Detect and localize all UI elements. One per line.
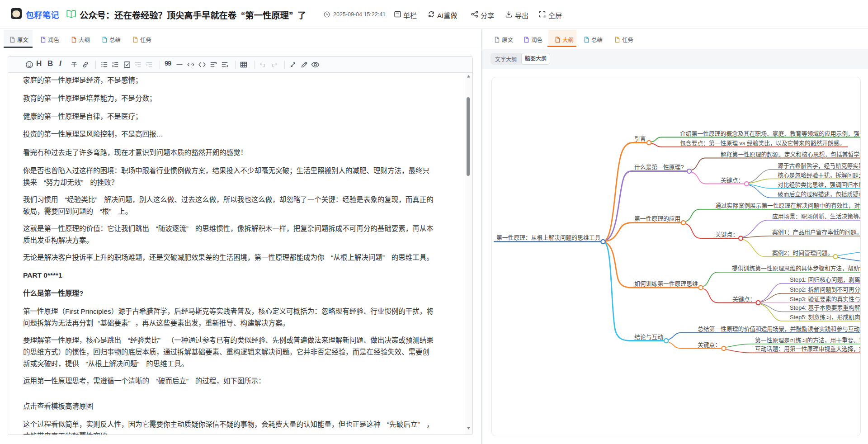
svg-text:Step5: 刻意练习，形成肌肉记忆。: Step5: 刻意练习，形成肌肉记忆。 [790, 314, 860, 321]
svg-text:关键点：: 关键点： [732, 296, 755, 302]
svg-text:第一性原理的应用: 第一性原理的应用 [634, 215, 680, 222]
svg-text:解释第一性原理的起源、定义和核心思想，包括其哲学渊源与实践普: 解释第一性原理的起源、定义和核心思想，包括其哲学渊源与实践普及 [721, 151, 860, 158]
svg-text:通过实际案例展示第一性原理在解决问题中的有效性，对比传统思路: 通过实际案例展示第一性原理在解决问题中的有效性，对比传统思路。 [715, 202, 860, 209]
svg-text:结论与互动: 结论与互动 [634, 334, 663, 340]
svg-text:什么是第一性原理?: 什么是第一性原理? [634, 164, 684, 170]
svg-text:第一性原理：从根上解决问题的思维工具: 第一性原理：从根上解决问题的思维工具 [496, 234, 601, 241]
svg-text:如何训练第一性原理思维: 如何训练第一性原理思维 [634, 280, 698, 287]
svg-text:对比经验类比思维，强调回归本质。: 对比经验类比思维，强调回归本质。 [778, 181, 860, 188]
svg-text:关键点：: 关键点： [721, 177, 744, 184]
svg-text:引言: 引言 [634, 135, 646, 142]
svg-text:核心是忽略经验干扰，拆解问题至基础要素。: 核心是忽略经验干扰，拆解问题至基础要素。 [778, 172, 860, 179]
svg-text:案例2：时间管理问题。: 案例2：时间管理问题。 [772, 250, 833, 256]
svg-text:关键点：: 关键点： [715, 231, 738, 238]
svg-text:Step1: 回归核心问题，剥离表象干扰。: Step1: 回归核心问题，剥离表象干扰。 [790, 276, 860, 283]
svg-text:总结第一性原理的价值和适用场景，并鼓励读者实践和参与互动。: 总结第一性原理的价值和适用场景，并鼓励读者实践和参与互动。 [698, 326, 860, 332]
svg-text:源于古希腊哲学，经马斯克等实践者普及。: 源于古希腊哲学，经马斯克等实践者普及。 [778, 162, 860, 169]
svg-text:Step2: 拆解问题到不可再分要素。: Step2: 拆解问题到不可再分要素。 [790, 286, 860, 293]
svg-text:Step4: 基于本质要素重构解决方案。: Step4: 基于本质要素重构解决方案。 [790, 304, 860, 311]
svg-text:破而后立的过程描述，包括质疑和重构。: 破而后立的过程描述，包括质疑和重构。 [778, 191, 860, 198]
svg-text:第一性原理是可练习的方法，用于重要、复杂的决策。: 第一性原理是可练习的方法，用于重要、复杂的决策。 [755, 337, 860, 344]
svg-text:包含要点：第一性原理 vs 经验类比，以及它带来的豁然开朗感: 包含要点：第一性原理 vs 经验类比，以及它带来的豁然开朗感。 [680, 140, 845, 146]
svg-text:应用场景：职场创新、生活决策等。: 应用场景：职场创新、生活决策等。 [772, 213, 860, 220]
svg-text:Step3: 验证要素的真实性与必要性。: Step3: 验证要素的真实性与必要性。 [790, 296, 860, 302]
svg-text:互动话题：用第一性原理审视重大选择，如职业选择。: 互动话题：用第一性原理审视重大选择，如职业选择。 [755, 345, 860, 352]
svg-text:关键点：: 关键点： [698, 341, 721, 348]
svg-text:案例1：产品用户留存率低的问题。: 案例1：产品用户留存率低的问题。 [772, 229, 860, 236]
svg-text:提供训练第一性原理思维的具体步骤和方法，帮助读者掌握。: 提供训练第一性原理思维的具体步骤和方法，帮助读者掌握。 [732, 265, 860, 272]
svg-text:介绍第一性原理的概念及其在职场、家庭、教育等领域的应用示例，: 介绍第一性原理的概念及其在职场、家庭、教育等领域的应用示例，强调跳出经验 [680, 130, 860, 137]
